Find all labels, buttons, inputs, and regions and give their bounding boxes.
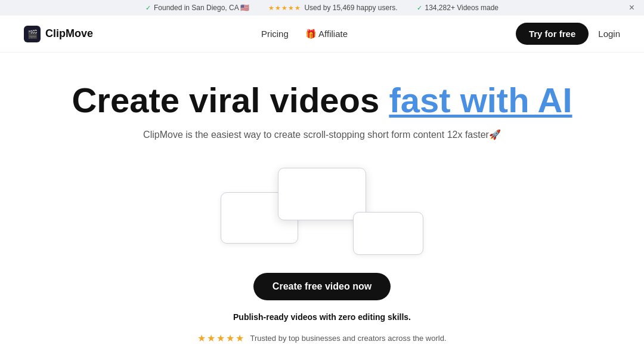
logo-text: ClipMove: [45, 27, 93, 40]
banner-close-button[interactable]: ×: [629, 3, 634, 13]
cta-section: Create free video now Publish-ready vide…: [12, 273, 632, 344]
nav-links: Pricing 🎁 Affiliate: [261, 29, 348, 39]
top-banner: ✓ Founded in San Diego, CA 🇺🇸 ★★★★★ Used…: [0, 0, 644, 16]
nav-actions: Try for free Login: [516, 23, 620, 45]
logo-icon: 🎬: [24, 26, 41, 42]
video-card-back-right: [353, 212, 423, 255]
check-icon-1: ✓: [145, 4, 151, 12]
check-icon-2: ✓: [417, 4, 422, 12]
hero-title: Create viral videos fast with AI: [12, 81, 632, 119]
hero-title-part1: Create viral videos: [72, 81, 389, 119]
banner-founded-text: Founded in San Diego, CA 🇺🇸: [154, 4, 249, 12]
hero-section: Create viral videos fast with AI ClipMov…: [0, 53, 644, 356]
banner-stars: ★★★★★: [268, 4, 301, 12]
video-preview-area: [221, 159, 423, 255]
banner-videos-text: 134,282+ Videos made: [425, 4, 499, 12]
banner-users-text: Used by 15,469 happy users.: [304, 4, 397, 12]
try-for-free-button[interactable]: Try for free: [516, 23, 589, 45]
login-button[interactable]: Login: [598, 29, 620, 39]
logo[interactable]: 🎬 ClipMove: [24, 26, 93, 42]
hero-title-highlight: fast with AI: [389, 81, 572, 119]
banner-item-users: ★★★★★ Used by 15,469 happy users.: [268, 4, 397, 12]
video-card-main: [278, 168, 366, 220]
nav-link-affiliate[interactable]: 🎁 Affiliate: [305, 29, 348, 39]
banner-item-founded: ✓ Founded in San Diego, CA 🇺🇸: [145, 4, 249, 12]
nav-link-pricing[interactable]: Pricing: [261, 29, 289, 39]
navbar: 🎬 ClipMove Pricing 🎁 Affiliate Try for f…: [0, 16, 644, 53]
hero-subtitle: ClipMove is the easiest way to create sc…: [12, 129, 632, 140]
trust-row: ★★★★★ Trusted by top businesses and crea…: [12, 333, 632, 344]
create-free-video-button[interactable]: Create free video now: [253, 273, 391, 300]
cta-tagline: Publish-ready videos with zero editing s…: [12, 312, 632, 322]
trust-stars: ★★★★★: [197, 333, 245, 344]
trust-text: Trusted by top businesses and creators a…: [250, 334, 446, 343]
banner-item-videos: ✓ 134,282+ Videos made: [417, 4, 499, 12]
